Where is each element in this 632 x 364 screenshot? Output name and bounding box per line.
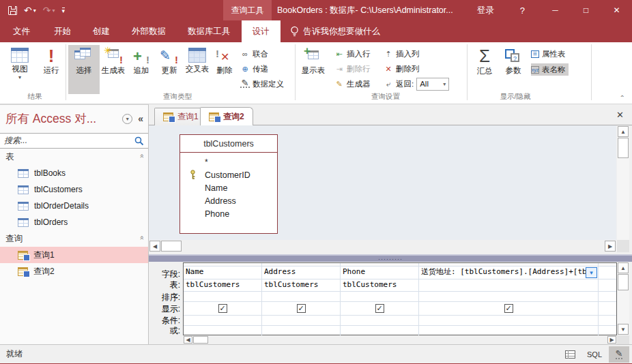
pass-through-button[interactable]: ⊕ 传递 — [240, 63, 284, 75]
criteria-cell[interactable] — [262, 316, 341, 325]
run-button[interactable]: ! 运行 — [35, 45, 67, 94]
show-table-button[interactable]: + 显示表 — [298, 45, 329, 94]
tell-me-box[interactable]: 告诉我你想要做什么 — [281, 20, 390, 42]
help-button[interactable]: ? — [505, 5, 540, 16]
pane-splitter[interactable]: ········· — [149, 254, 632, 262]
tab-design[interactable]: 设计 — [242, 20, 281, 42]
tab-create[interactable]: 创建 — [82, 20, 121, 42]
collapse-ribbon-icon[interactable]: ⌃ — [620, 95, 625, 101]
builder-button[interactable]: ✎ 生成器 — [334, 78, 371, 90]
field-cell[interactable]: Address — [262, 267, 341, 279]
update-button[interactable]: ✎ ! 更新 — [156, 45, 183, 94]
grid-horizontal-scrollbar[interactable]: ◀ ▶ — [183, 336, 617, 344]
make-table-button[interactable]: ✳ ! 生成表 — [100, 45, 127, 94]
show-checkbox[interactable] — [184, 302, 262, 315]
design-vertical-scrollbar[interactable]: ▲ ▼ — [617, 125, 629, 252]
shutter-bar-close-icon[interactable]: « — [138, 113, 143, 124]
show-checkbox[interactable] — [341, 302, 419, 315]
scroll-up-icon[interactable]: ▲ — [618, 262, 629, 273]
undo-dropdown-icon[interactable]: ▾ — [33, 7, 36, 14]
append-button[interactable]: + ! 追加 — [128, 45, 154, 94]
select-query-button[interactable]: 选择 — [68, 45, 100, 94]
insert-rows-button[interactable]: ⇤ 插入行 — [334, 48, 371, 60]
scroll-thumb[interactable] — [193, 336, 208, 344]
table-cell[interactable]: tblCustomers — [262, 279, 341, 291]
checkbox-checked-icon[interactable] — [297, 304, 306, 313]
checkbox-checked-icon[interactable] — [375, 304, 384, 313]
view-button[interactable]: 视图 ▾ — [4, 45, 35, 94]
nav-item-query2[interactable]: 查询2 — [0, 263, 148, 279]
checkbox-checked-icon[interactable] — [218, 304, 227, 313]
search-icon[interactable] — [134, 136, 144, 146]
or-cell[interactable] — [341, 326, 419, 335]
criteria-cell[interactable] — [341, 316, 419, 325]
or-cell[interactable] — [262, 326, 341, 335]
scroll-right-icon[interactable]: ▶ — [607, 336, 616, 344]
crosstab-button[interactable]: 交叉表 — [183, 45, 212, 94]
maximize-button[interactable]: □ — [571, 0, 601, 20]
sort-cell[interactable] — [419, 292, 599, 301]
search-box[interactable]: 搜索... — [0, 133, 148, 149]
nav-item-tblbooks[interactable]: tblBooks — [0, 165, 148, 181]
field-cell[interactable]: Phone — [341, 267, 419, 279]
undo-button[interactable]: ↶▾ — [24, 5, 36, 16]
sort-cell[interactable] — [341, 292, 419, 301]
show-checkbox[interactable] — [262, 302, 341, 315]
nav-group-tables[interactable]: 表 » — [0, 149, 148, 165]
tab-home[interactable]: 开始 — [43, 20, 82, 42]
scroll-right-icon[interactable]: ▶ — [605, 241, 616, 252]
nav-item-tblcustomers[interactable]: tblCustomers — [0, 181, 148, 198]
sign-in-button[interactable]: 登录 — [466, 5, 505, 16]
nav-item-query1[interactable]: 查询1 — [0, 247, 148, 263]
field-combo-dropdown-icon[interactable]: ▼ — [586, 267, 597, 278]
insert-columns-button[interactable]: ⇡ 插入列 — [384, 48, 449, 60]
doc-tab-query2[interactable]: 查询2 — [200, 107, 253, 125]
field-list-tblcustomers[interactable]: tblCustomers * CustomerID Name Address P… — [179, 134, 278, 234]
sort-cell[interactable] — [184, 292, 262, 301]
field-asterisk[interactable]: * — [190, 155, 277, 168]
scroll-left-icon[interactable]: ◀ — [149, 241, 160, 252]
field-name[interactable]: Name — [190, 181, 277, 194]
datasheet-view-button[interactable] — [560, 346, 580, 363]
table-cell[interactable]: tblCustomers — [184, 279, 262, 291]
field-address[interactable]: Address — [190, 194, 277, 207]
union-button[interactable]: ∞ 联合 — [240, 48, 284, 60]
sql-view-button[interactable]: SQL — [584, 346, 605, 363]
return-combo[interactable]: All ▾ — [416, 78, 449, 91]
table-cell[interactable]: tblCustomers — [341, 279, 419, 291]
close-document-icon[interactable]: ✕ — [616, 110, 624, 120]
scroll-thumb[interactable] — [161, 241, 182, 252]
save-button[interactable] — [8, 6, 17, 15]
scroll-thumb[interactable] — [618, 138, 629, 158]
field-customerid[interactable]: CustomerID — [190, 168, 277, 181]
or-cell[interactable] — [419, 326, 599, 335]
close-button[interactable]: ✕ — [601, 0, 632, 20]
sort-cell[interactable] — [262, 292, 341, 301]
scroll-down-icon[interactable]: ▼ — [618, 324, 629, 335]
minimize-button[interactable]: ─ — [540, 0, 571, 20]
field-cell-empty[interactable] — [599, 267, 616, 279]
field-phone[interactable]: Phone — [190, 207, 277, 220]
totals-button[interactable]: Σ 汇总 — [471, 45, 498, 94]
data-definition-button[interactable]: ✎ 数据定义 — [240, 78, 284, 90]
tab-database-tools[interactable]: 数据库工具 — [177, 20, 242, 42]
field-cell-expression[interactable]: 送货地址: [tblCustomers].[Address]+[tblC ▼ — [419, 267, 599, 279]
tab-external-data[interactable]: 外部数据 — [121, 20, 177, 42]
checkbox-checked-icon[interactable] — [504, 304, 513, 313]
delete-query-button[interactable]: ✕ ! 删除 — [212, 45, 238, 94]
design-view-button[interactable]: ✎ — [609, 346, 629, 363]
or-cell[interactable] — [184, 326, 262, 335]
table-cell[interactable] — [419, 279, 599, 291]
delete-columns-button[interactable]: ✕ 删除列 — [384, 63, 449, 75]
table-names-button[interactable]: xyz 表名称 — [531, 63, 569, 76]
property-sheet-button[interactable]: ☰ 属性表 — [531, 48, 569, 60]
parameters-button[interactable]: ? 参数 — [500, 45, 527, 94]
show-checkbox[interactable] — [419, 302, 599, 315]
scroll-left-icon[interactable]: ◀ — [184, 336, 192, 344]
collapse-group-icon[interactable]: » — [137, 237, 145, 240]
customize-qat-button[interactable]: ▾ — [62, 7, 66, 14]
scroll-up-icon[interactable]: ▲ — [618, 126, 629, 137]
collapse-group-icon[interactable]: » — [137, 155, 145, 158]
tab-file[interactable]: 文件 — [0, 20, 43, 42]
grid-vertical-scrollbar[interactable]: ▲ ▼ — [617, 262, 629, 344]
